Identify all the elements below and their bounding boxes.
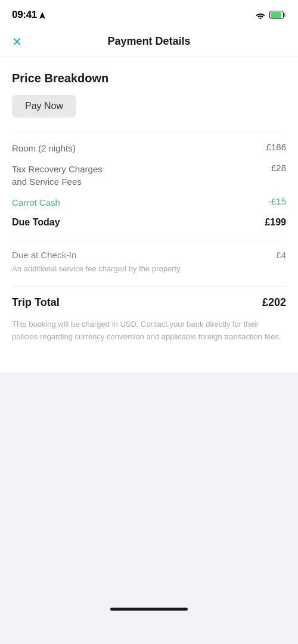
location-icon: [39, 12, 45, 19]
divider-2: [12, 286, 286, 287]
pay-now-button[interactable]: Pay Now: [12, 95, 76, 117]
currency-note: This booking will be charged in USD. Con…: [12, 318, 286, 343]
battery-icon: [269, 11, 286, 19]
status-bar: 09:41: [0, 0, 298, 26]
wifi-icon: [255, 11, 266, 19]
due-today-row: Due Today £199: [12, 217, 286, 228]
trip-total-value: £202: [262, 296, 286, 309]
bottom-area: [0, 372, 298, 623]
status-time: 09:41: [12, 9, 37, 21]
room-value: £186: [266, 142, 286, 152]
section-title: Price Breakdown: [12, 72, 286, 85]
carrot-cash-value: -£15: [268, 196, 286, 206]
room-row: Room (2 nights) £186: [12, 142, 286, 154]
trip-total-row: Trip Total £202: [12, 296, 286, 309]
nav-header: ✕ Payment Details: [0, 26, 298, 57]
svg-rect-1: [284, 13, 285, 17]
room-label: Room (2 nights): [12, 142, 257, 154]
due-today-label: Due Today: [12, 217, 60, 228]
svg-rect-2: [271, 12, 281, 18]
tax-row: Tax Recovery Chargesand Service Fees £28: [12, 163, 286, 188]
due-today-value: £199: [265, 217, 286, 228]
payment-details-content: Price Breakdown Pay Now Room (2 nights) …: [0, 57, 298, 372]
carrot-cash-row: Carrot Cash -£15: [12, 196, 286, 209]
tax-label: Tax Recovery Chargesand Service Fees: [12, 163, 262, 188]
page-title: Payment Details: [107, 35, 190, 48]
trip-total-label: Trip Total: [12, 296, 60, 309]
close-button[interactable]: ✕: [12, 36, 22, 48]
additional-fee-note: An additional service fee charged by the…: [12, 264, 286, 274]
due-checkin-label: Due at Check-In: [12, 250, 76, 260]
due-checkin-value: £4: [276, 250, 286, 260]
status-icons: [255, 11, 286, 19]
price-rows: Room (2 nights) £186 Tax Recovery Charge…: [12, 132, 286, 343]
divider-1: [12, 240, 286, 240]
tax-value: £28: [271, 163, 286, 173]
home-indicator: [110, 608, 188, 611]
carrot-cash-label: Carrot Cash: [12, 196, 259, 209]
due-checkin-row: Due at Check-In £4: [12, 250, 286, 260]
